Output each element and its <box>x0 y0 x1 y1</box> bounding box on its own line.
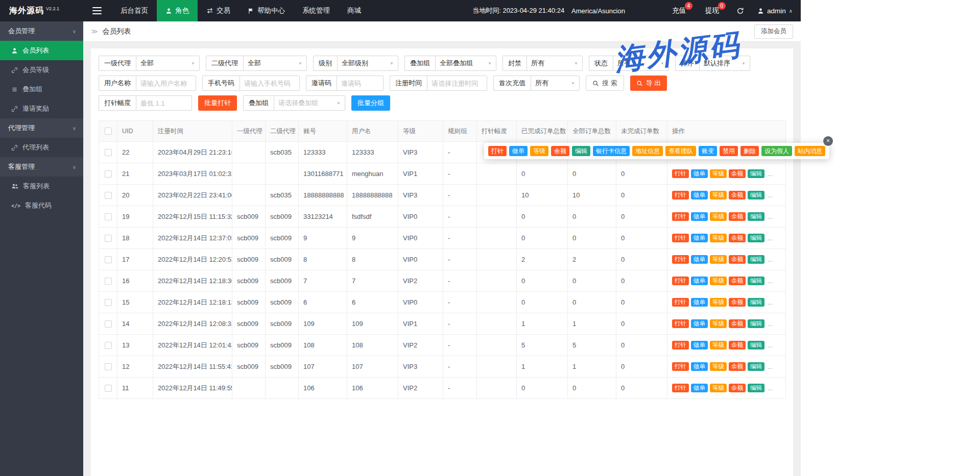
row-checkbox[interactable] <box>105 363 112 370</box>
row-action-button[interactable]: 余额 <box>729 341 746 350</box>
row-action-button[interactable]: 做单 <box>691 384 708 393</box>
top-nav-item[interactable]: 商城 <box>339 0 370 21</box>
top-nav-item[interactable]: 帮助中心 <box>239 0 294 21</box>
inject-range-input[interactable] <box>136 95 192 111</box>
row-checkbox[interactable] <box>105 342 112 349</box>
row-action-button[interactable]: 打针 <box>672 212 689 221</box>
row-action-button[interactable]: 编辑 <box>748 277 764 286</box>
sidebar-item[interactable]: </>客服代码 <box>0 196 83 215</box>
row-action-button[interactable]: 余额 <box>729 169 746 179</box>
row-action-button[interactable]: 余额 <box>729 362 746 371</box>
row-action-button[interactable]: 等级 <box>710 169 727 179</box>
row-action-button[interactable]: 做单 <box>691 234 708 243</box>
row-action-button[interactable]: 打针 <box>672 277 689 286</box>
popup-action-button[interactable]: 站内消息 <box>795 146 825 156</box>
row-action-button[interactable]: 余额 <box>729 234 746 243</box>
more-actions[interactable]: ... <box>768 192 773 199</box>
row-action-button[interactable]: 编辑 <box>748 298 764 307</box>
row-action-button[interactable]: 编辑 <box>748 384 764 393</box>
batch-inject-button[interactable]: 批量打针 <box>198 95 237 111</box>
row-action-button[interactable]: 余额 <box>729 298 746 307</box>
row-checkbox[interactable] <box>105 299 112 306</box>
more-actions[interactable]: ... <box>768 363 773 370</box>
row-action-button[interactable]: 做单 <box>691 319 708 329</box>
row-action-button[interactable]: 余额 <box>729 212 746 221</box>
overlay-group-select-2[interactable]: 请选择叠加组 ▼ <box>274 95 345 111</box>
more-actions[interactable]: ... <box>768 235 773 242</box>
top-nav-item[interactable]: 系统管理 <box>294 0 339 21</box>
recharge-link[interactable]: 充值 4 <box>672 6 686 15</box>
popup-action-button[interactable]: 查看团队 <box>665 146 696 156</box>
row-action-button[interactable]: 等级 <box>710 341 727 350</box>
first-recharge-select[interactable]: 所有 ▼ <box>531 76 580 91</box>
more-actions[interactable]: ... <box>768 299 773 306</box>
row-action-button[interactable]: 打针 <box>672 255 689 264</box>
ban-select[interactable]: 所有 ▼ <box>527 56 583 71</box>
row-checkbox[interactable] <box>105 235 112 242</box>
row-action-button[interactable]: 做单 <box>691 277 708 286</box>
invite-code-input[interactable] <box>337 76 384 91</box>
popup-action-button[interactable]: 余额 <box>551 146 569 156</box>
row-action-button[interactable]: 等级 <box>710 319 727 329</box>
top-nav-item[interactable]: 交易 <box>198 0 239 21</box>
export-button[interactable]: 导 出 <box>630 76 667 91</box>
popup-action-button[interactable]: 地址信息 <box>632 146 663 156</box>
reg-time-input[interactable] <box>427 76 487 91</box>
row-action-button[interactable]: 编辑 <box>748 362 764 371</box>
row-action-button[interactable]: 余额 <box>729 191 746 200</box>
agent-level2-select[interactable]: 全部 ▼ <box>243 56 307 71</box>
status-select[interactable]: 所有 ▼ <box>613 56 669 71</box>
more-actions[interactable]: ... <box>768 342 773 349</box>
popup-action-button[interactable]: 编辑 <box>572 146 590 156</box>
row-action-button[interactable]: 等级 <box>710 362 727 371</box>
agent-level1-select[interactable]: 全部 ▼ <box>136 56 200 71</box>
sidebar-item[interactable]: 邀请奖励 <box>0 99 83 118</box>
row-action-button[interactable]: 打针 <box>672 341 689 350</box>
popup-action-button[interactable]: 等级 <box>530 146 548 156</box>
row-action-button[interactable]: 编辑 <box>748 341 764 350</box>
row-action-button[interactable]: 等级 <box>710 255 727 264</box>
refresh-icon[interactable] <box>736 7 744 15</box>
row-action-button[interactable]: 编辑 <box>748 169 764 179</box>
row-action-button[interactable]: 打针 <box>672 384 689 393</box>
row-action-button[interactable]: 做单 <box>691 298 708 307</box>
row-action-button[interactable]: 打针 <box>672 298 689 307</box>
row-action-button[interactable]: 余额 <box>729 384 746 393</box>
row-checkbox[interactable] <box>105 278 112 285</box>
row-checkbox[interactable] <box>105 170 112 178</box>
popup-action-button[interactable]: 打针 <box>488 146 507 156</box>
level-select[interactable]: 全部级别 ▼ <box>337 56 398 71</box>
row-action-button[interactable]: 打针 <box>672 319 689 329</box>
sidebar-item[interactable]: 代理列表 <box>0 138 83 157</box>
row-action-button[interactable]: 编辑 <box>748 234 764 243</box>
popup-action-button[interactable]: 禁用 <box>720 146 738 156</box>
close-icon[interactable]: × <box>823 136 833 146</box>
row-action-button[interactable]: 等级 <box>710 191 727 200</box>
popup-action-button[interactable]: 银行卡信息 <box>593 146 630 156</box>
row-action-button[interactable]: 打针 <box>672 169 689 179</box>
sidebar-group[interactable]: 会员管理∨ <box>0 21 83 41</box>
batch-group-button[interactable]: 批量分组 <box>351 95 390 111</box>
more-actions[interactable]: ... <box>768 278 773 285</box>
row-action-button[interactable]: 等级 <box>710 277 727 286</box>
row-checkbox[interactable] <box>105 213 112 220</box>
row-checkbox[interactable] <box>105 149 112 156</box>
username-input[interactable] <box>136 76 196 91</box>
more-actions[interactable]: ... <box>768 170 773 178</box>
sidebar-group[interactable]: 代理管理∨ <box>0 118 83 138</box>
row-action-button[interactable]: 打针 <box>672 191 689 200</box>
popup-action-button[interactable]: 做单 <box>509 146 528 156</box>
row-action-button[interactable]: 编辑 <box>748 191 764 200</box>
top-nav-item[interactable]: 后台首页 <box>112 0 157 21</box>
top-nav-item[interactable]: 角色 <box>157 0 198 21</box>
sidebar-item[interactable]: 叠加组 <box>0 80 83 99</box>
row-checkbox[interactable] <box>105 256 112 263</box>
row-action-button[interactable]: 做单 <box>691 341 708 350</box>
sidebar-item[interactable]: 会员等级 <box>0 60 83 80</box>
row-action-button[interactable]: 等级 <box>710 234 727 243</box>
sidebar-item[interactable]: 会员列表 <box>0 41 83 60</box>
row-action-button[interactable]: 等级 <box>710 212 727 221</box>
sidebar-item[interactable]: 客服列表 <box>0 177 83 196</box>
more-actions[interactable]: ... <box>768 320 773 328</box>
row-action-button[interactable]: 余额 <box>729 319 746 329</box>
